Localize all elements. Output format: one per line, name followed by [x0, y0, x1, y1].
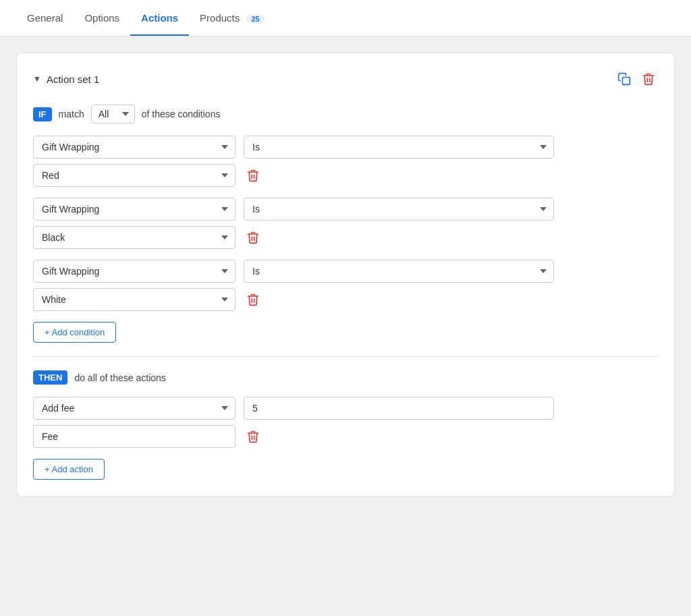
- condition-header: IF match All Any of these conditions: [33, 105, 658, 123]
- delete-action-1-button[interactable]: [244, 427, 262, 446]
- condition-3: Gift Wrapping Is Is not White Red Black: [33, 260, 658, 311]
- trash-icon: [246, 231, 260, 244]
- match-select[interactable]: All Any: [91, 105, 135, 123]
- action-set-title: ▼ Action set 1: [33, 74, 99, 85]
- copy-icon: [617, 72, 631, 86]
- condition-suffix: of these conditions: [142, 109, 221, 119]
- condition-2-field-select[interactable]: Gift Wrapping: [33, 198, 236, 221]
- delete-icon: [642, 72, 655, 86]
- condition-1-value-row: Red Black White: [33, 164, 658, 187]
- condition-1-value-select[interactable]: Red Black White: [33, 164, 236, 187]
- then-text: do all of these actions: [74, 372, 165, 383]
- condition-2-value-select[interactable]: Black Red White: [33, 226, 236, 249]
- delete-condition-3-button[interactable]: [244, 290, 262, 309]
- products-badge: 25: [246, 14, 264, 24]
- delete-condition-1-button[interactable]: [244, 166, 262, 185]
- condition-1-operator-select[interactable]: Is Is not: [244, 136, 554, 159]
- action-set-controls: [615, 69, 658, 88]
- section-divider: [33, 356, 658, 357]
- action-1: Add fee: [33, 397, 658, 448]
- action-1-label-input[interactable]: [33, 425, 236, 448]
- tab-actions[interactable]: Actions: [130, 0, 189, 36]
- tab-bar: General Options Actions Products 25: [0, 0, 691, 36]
- action-1-row: Add fee: [33, 397, 658, 420]
- condition-3-row: Gift Wrapping Is Is not: [33, 260, 658, 283]
- add-condition-button[interactable]: + Add condition: [33, 322, 116, 343]
- then-header: THEN do all of these actions: [33, 370, 658, 385]
- chevron-down-icon: ▼: [33, 74, 41, 84]
- if-badge: IF: [33, 107, 52, 121]
- action-1-label-row: [33, 425, 658, 448]
- tab-general[interactable]: General: [16, 0, 74, 36]
- action-1-value-input[interactable]: [244, 397, 554, 420]
- action-set-header: ▼ Action set 1: [33, 69, 658, 88]
- copy-action-set-button[interactable]: [615, 69, 634, 88]
- condition-3-value-select[interactable]: White Red Black: [33, 288, 236, 311]
- tab-options[interactable]: Options: [74, 0, 130, 36]
- condition-2: Gift Wrapping Is Is not Black Red White: [33, 198, 658, 249]
- svg-rect-0: [623, 78, 630, 85]
- action-1-type-select[interactable]: Add fee: [33, 397, 236, 420]
- condition-2-value-row: Black Red White: [33, 226, 658, 249]
- condition-1-row: Gift Wrapping Is Is not: [33, 136, 658, 159]
- match-label: match: [59, 109, 84, 119]
- trash-icon: [246, 169, 260, 182]
- condition-2-row: Gift Wrapping Is Is not: [33, 198, 658, 221]
- add-action-button[interactable]: + Add action: [33, 459, 105, 480]
- trash-icon: [246, 293, 260, 306]
- action-set-card: ▼ Action set 1: [16, 53, 675, 497]
- condition-1-field-select[interactable]: Gift Wrapping: [33, 136, 236, 159]
- tab-products[interactable]: Products 25: [189, 0, 275, 36]
- condition-3-operator-select[interactable]: Is Is not: [244, 260, 554, 283]
- delete-condition-2-button[interactable]: [244, 228, 262, 247]
- main-content: ▼ Action set 1: [0, 36, 691, 513]
- then-badge: THEN: [33, 370, 67, 385]
- condition-1: Gift Wrapping Is Is not Red Black White: [33, 136, 658, 187]
- trash-icon: [246, 430, 260, 443]
- delete-action-set-button[interactable]: [639, 69, 658, 88]
- condition-3-field-select[interactable]: Gift Wrapping: [33, 260, 236, 283]
- condition-3-value-row: White Red Black: [33, 288, 658, 311]
- condition-2-operator-select[interactable]: Is Is not: [244, 198, 554, 221]
